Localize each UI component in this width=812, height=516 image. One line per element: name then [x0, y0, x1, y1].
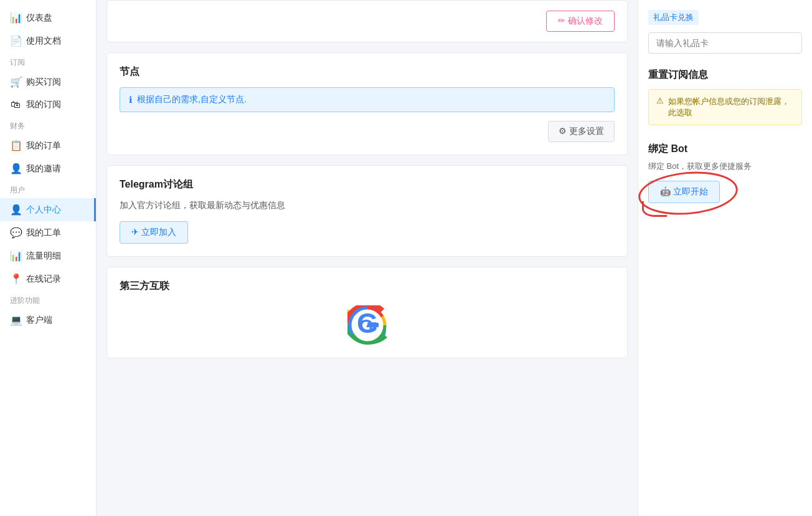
sidebar-item-workorder[interactable]: 💬 我的工单 — [0, 221, 96, 244]
sidebar-item-client[interactable]: 💻 客户端 — [0, 308, 96, 332]
sidebar-label-profile: 个人中心 — [26, 204, 61, 216]
node-title: 节点 — [120, 65, 615, 79]
workorder-icon: 💬 — [10, 227, 21, 239]
reset-title: 重置订阅信息 — [648, 69, 802, 82]
warning-icon: ⚠ — [656, 96, 664, 105]
main-content: ✏ 确认修改 节点 ℹ 根据自己的需求,自定义节点. ⚙ 更多设置 Telegr… — [97, 0, 638, 516]
my-sub-icon: 🛍 — [10, 99, 21, 110]
confirm-edit-button[interactable]: ✏ 确认修改 — [546, 11, 615, 32]
node-info-box: ℹ 根据自己的需求,自定义节点. — [120, 87, 615, 112]
sidebar-label-docs: 使用文档 — [26, 36, 61, 47]
docs-icon: 📄 — [10, 35, 21, 47]
client-icon: 💻 — [10, 314, 21, 326]
sidebar-item-online[interactable]: 📍 在线记录 — [0, 267, 96, 290]
sidebar-label-my-order: 我的订单 — [26, 140, 61, 151]
sidebar-label-workorder: 我的工单 — [26, 227, 61, 239]
telegram-desc: 加入官方讨论组，获取最新动态与优惠信息 — [120, 200, 615, 211]
telegram-join-button[interactable]: ✈ 立即加入 — [120, 221, 188, 244]
sidebar-item-my-sub[interactable]: 🛍 我的订阅 — [0, 93, 96, 116]
third-party-title: 第三方互联 — [120, 280, 615, 293]
product-section: 礼品卡兑换 — [648, 10, 802, 54]
traffic-icon: 📊 — [10, 250, 21, 262]
sidebar-item-docs[interactable]: 📄 使用文档 — [0, 29, 96, 52]
sidebar-label-buy-sub: 购买订阅 — [26, 77, 61, 88]
gift-card-input[interactable] — [648, 32, 802, 54]
my-order-icon: 📋 — [10, 140, 21, 151]
bind-bot-desc: 绑定 Bot，获取更多便捷服务 — [648, 161, 802, 172]
sidebar-item-dashboard[interactable]: 📊 仪表盘 — [0, 6, 96, 29]
reset-subscription-section: 重置订阅信息 ⚠ 如果您帐户信息或您的订阅泄露，此选取 — [648, 69, 802, 125]
sidebar-item-profile[interactable]: 👤 个人中心 — [0, 198, 96, 221]
confirm-section: ✏ 确认修改 — [106, 0, 628, 42]
product-label: 礼品卡兑换 — [648, 10, 699, 25]
sidebar-item-traffic[interactable]: 📊 流量明细 — [0, 244, 96, 267]
sidebar-item-buy-sub[interactable]: 🛒 购买订阅 — [0, 70, 96, 93]
bind-bot-start-button[interactable]: 🤖 立即开始 — [648, 181, 720, 203]
sidebar-item-my-order[interactable]: 📋 我的订单 — [0, 134, 96, 157]
third-party-section: 第三方互联 G G — [106, 267, 628, 358]
sidebar-label-online: 在线记录 — [26, 274, 61, 285]
sidebar-section-user: 用户 — [0, 180, 96, 198]
reset-warning-text: 如果您帐户信息或您的订阅泄露，此选取 — [668, 96, 794, 118]
sidebar-section-sub: 订阅 — [0, 52, 96, 70]
google-icon: G G — [347, 305, 387, 345]
sidebar-item-my-invite[interactable]: 👤 我的邀请 — [0, 157, 96, 180]
right-panel: 礼品卡兑换 重置订阅信息 ⚠ 如果您帐户信息或您的订阅泄露，此选取 绑定 Bot… — [638, 0, 812, 516]
sidebar-label-traffic: 流量明细 — [26, 251, 61, 262]
bind-bot-section: 绑定 Bot 绑定 Bot，获取更多便捷服务 🤖 立即开始 — [648, 143, 802, 203]
bind-bot-title: 绑定 Bot — [648, 143, 802, 156]
node-info-text: 根据自己的需求,自定义节点. — [137, 94, 247, 105]
node-section: 节点 ℹ 根据自己的需求,自定义节点. ⚙ 更多设置 — [106, 52, 628, 155]
dashboard-icon: 📊 — [10, 12, 21, 24]
svg-text:G: G — [359, 315, 373, 336]
reset-warning-box: ⚠ 如果您帐户信息或您的订阅泄露，此选取 — [648, 89, 802, 125]
telegram-section: Telegram讨论组 加入官方讨论组，获取最新动态与优惠信息 ✈ 立即加入 — [106, 165, 628, 257]
sidebar-label-my-sub: 我的订阅 — [26, 99, 61, 110]
sidebar-label-client: 客户端 — [26, 315, 52, 326]
info-icon: ℹ — [129, 95, 132, 105]
sidebar-label-my-invite: 我的邀请 — [26, 163, 61, 174]
circle-tail-annotation — [642, 201, 667, 217]
sidebar-label-dashboard: 仪表盘 — [26, 12, 52, 24]
telegram-title: Telegram讨论组 — [120, 178, 615, 191]
profile-icon: 👤 — [10, 204, 21, 216]
my-invite-icon: 👤 — [10, 163, 21, 174]
online-icon: 📍 — [10, 273, 21, 285]
google-logo-container: G G — [120, 305, 615, 345]
sidebar-section-advanced: 进阶功能 — [0, 290, 96, 308]
sidebar-section-finance: 财务 — [0, 116, 96, 134]
more-settings-button[interactable]: ⚙ 更多设置 — [548, 121, 615, 142]
buy-sub-icon: 🛒 — [10, 76, 21, 88]
sidebar: 📊 仪表盘 📄 使用文档 订阅 🛒 购买订阅 🛍 我的订阅 财务 📋 我的订单 … — [0, 0, 97, 516]
